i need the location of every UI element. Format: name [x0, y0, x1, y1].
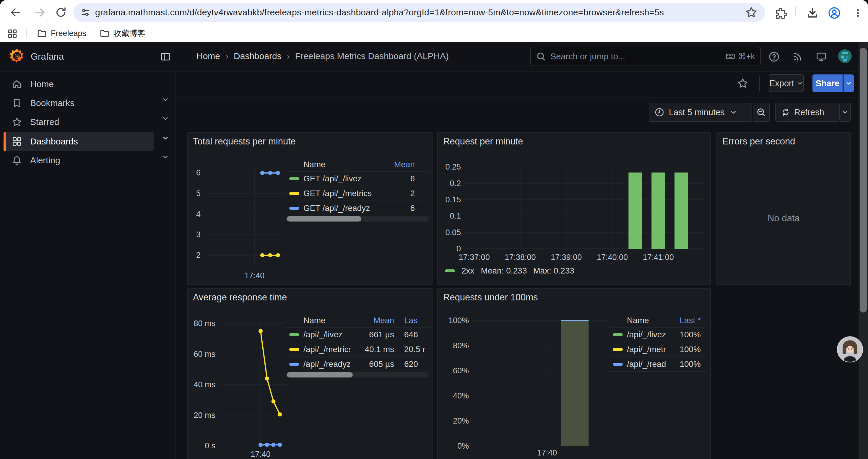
avatar-image — [838, 49, 852, 63]
series-swatch — [289, 192, 299, 195]
panel-legend: Name Last * /api/_/livez 100% /api/_/met… — [609, 314, 707, 372]
refresh-button[interactable]: Refresh — [775, 103, 840, 122]
bell-icon — [11, 155, 23, 166]
legend-row[interactable]: GET /api/_/readyz 6 — [286, 201, 429, 215]
svg-text:5: 5 — [196, 189, 200, 198]
apps-button[interactable] — [5, 27, 20, 41]
back-button[interactable] — [7, 4, 24, 21]
panel-legend[interactable]: 2xx Mean: 0.233 Max: 0.233 — [445, 266, 574, 276]
star-icon — [11, 117, 23, 128]
time-range-picker[interactable]: Last 5 minutes — [649, 103, 752, 122]
chevron-down-icon[interactable] — [159, 94, 172, 105]
panel-request-per-minute[interactable]: Request per minute 00.050.10.150.20.2517… — [437, 132, 711, 285]
legend-row[interactable]: /api/_/metrics 40.1 ms 20.5 r — [286, 342, 429, 357]
panel-requests-under-100ms[interactable]: Requests under 100ms 0%20%40%60%80%100%1… — [437, 288, 711, 459]
svg-text:20 ms: 20 ms — [193, 411, 215, 420]
collapse-sidebar-button[interactable] — [158, 50, 173, 64]
forward-button[interactable] — [32, 4, 49, 21]
panel-total-requests[interactable]: Total requests per minute 2345617:40 Nam… — [187, 132, 433, 285]
news-button[interactable] — [790, 50, 805, 64]
svg-text:17:39:00: 17:39:00 — [551, 253, 582, 262]
toolbar-divider — [759, 76, 760, 91]
reload-button[interactable] — [53, 4, 69, 21]
legend-scrollbar[interactable] — [286, 216, 429, 222]
panel-average-response-time[interactable]: Average response time 0 s20 ms40 ms60 ms… — [187, 288, 433, 459]
chevron-down-icon[interactable] — [159, 151, 172, 163]
svg-text:17:38:00: 17:38:00 — [505, 253, 536, 262]
user-avatar[interactable] — [838, 49, 852, 63]
svg-text:0.15: 0.15 — [445, 195, 461, 204]
svg-text:40 ms: 40 ms — [193, 380, 215, 389]
favorite-dashboard-button[interactable] — [735, 75, 751, 92]
kiosk-button[interactable] — [814, 50, 829, 64]
svg-text:100%: 100% — [448, 316, 469, 325]
panel-errors-per-second[interactable]: Errors per second No data — [716, 132, 851, 285]
legend-scrollbar[interactable] — [286, 372, 429, 378]
sidebar-item-home[interactable]: Home — [4, 75, 154, 94]
legend-row[interactable]: /api/_/metrics 100% — [609, 342, 707, 357]
svg-text:3: 3 — [196, 230, 200, 239]
product-name: Grafana — [31, 52, 64, 62]
time-range-label: Last 5 minutes — [669, 107, 725, 117]
legend-row[interactable]: GET /api/_/metrics 2 — [286, 186, 429, 201]
toolbar-divider — [795, 6, 796, 17]
svg-text:17:41:00: 17:41:00 — [643, 253, 674, 262]
bookmark-item-freeleaps[interactable]: Freeleaps — [37, 27, 86, 40]
average-response-time-chart: 0 s20 ms40 ms60 ms80 ms17:40 — [191, 314, 289, 459]
grafana-logo[interactable] — [9, 48, 25, 64]
browser-menu-button[interactable] — [850, 5, 866, 21]
page-scrollbar-thumb[interactable] — [860, 48, 867, 313]
profile-button[interactable] — [826, 5, 843, 21]
share-menu-button[interactable] — [843, 74, 854, 92]
bookmark-item-blogs[interactable]: 收藏博客 — [99, 27, 145, 40]
sidebar-item-bookmarks[interactable]: Bookmarks — [4, 94, 154, 112]
url-bar[interactable]: grafana.mathmast.com/d/deytv4rwavabkb/fr… — [73, 3, 765, 22]
search-shortcut: ⌘+k — [738, 52, 755, 61]
panel-title: Average response time — [193, 292, 287, 303]
svg-text:0 s: 0 s — [205, 441, 215, 450]
downloads-button[interactable] — [804, 5, 821, 21]
sidebar-item-alerting[interactable]: Alerting — [4, 151, 154, 170]
sidebar-item-starred[interactable]: Starred — [4, 112, 154, 131]
svg-text:17:40:00: 17:40:00 — [597, 253, 628, 262]
svg-text:17:40: 17:40 — [251, 450, 271, 459]
legend-row[interactable]: /api/_/readyz 605 µs 620 — [286, 357, 429, 371]
legend-row[interactable]: GET /api/_/livez 6 — [286, 171, 429, 186]
download-icon — [806, 6, 819, 20]
breadcrumb-home[interactable]: Home — [196, 51, 220, 61]
chevron-down-icon[interactable] — [159, 112, 172, 124]
svg-text:0%: 0% — [457, 441, 469, 451]
bookmark-star-icon[interactable] — [745, 6, 758, 19]
zoom-out-time-button[interactable] — [753, 103, 770, 122]
export-button[interactable]: Export — [769, 74, 804, 92]
chevron-down-icon[interactable] — [159, 132, 172, 144]
svg-text:60%: 60% — [453, 366, 469, 375]
series-swatch — [613, 363, 623, 366]
series-swatch — [289, 207, 299, 210]
series-mean: Mean: 0.233 — [481, 266, 527, 275]
panel-title: Requests under 100ms — [443, 292, 538, 303]
assistant-avatar[interactable] — [836, 335, 864, 364]
reload-icon — [54, 6, 67, 19]
svg-text:6: 6 — [196, 168, 200, 177]
help-button[interactable] — [767, 50, 781, 64]
series-swatch — [613, 348, 623, 351]
total-requests-chart: 2345617:40 — [191, 160, 288, 281]
extensions-button[interactable] — [773, 5, 789, 22]
search-input[interactable]: Search or jump to... ⌘+k — [530, 47, 761, 66]
series-swatch — [289, 348, 299, 351]
legend-row[interactable]: /api/_/livez 661 µs 646 — [286, 327, 429, 342]
legend-row[interactable]: /api/_/livez 100% — [609, 327, 707, 342]
share-button[interactable]: Share — [812, 74, 843, 92]
svg-text:0: 0 — [457, 244, 461, 253]
legend-header: Name Mean Las — [286, 314, 429, 327]
assistant-avatar-image — [836, 335, 864, 364]
zoom-out-icon — [756, 107, 766, 118]
legend-row[interactable]: /api/_/readyz 100% — [609, 357, 707, 372]
svg-text:4: 4 — [196, 210, 200, 219]
series-swatch — [289, 177, 299, 180]
sidebar-item-dashboards[interactable]: Dashboards — [4, 132, 154, 151]
series-name: 2xx — [462, 266, 474, 275]
breadcrumb-dashboards[interactable]: Dashboards — [234, 51, 282, 61]
refresh-interval-button[interactable] — [840, 103, 851, 122]
